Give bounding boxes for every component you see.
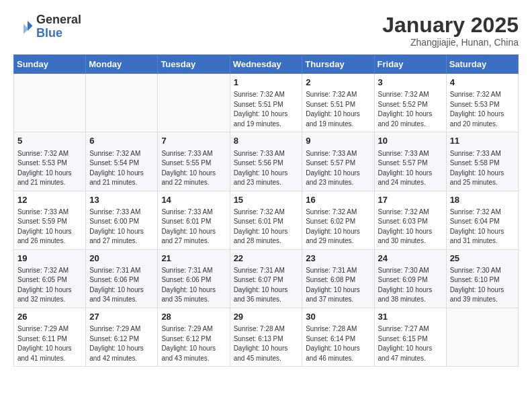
day-number: 23	[306, 253, 370, 265]
weekday-header-tuesday: Tuesday	[158, 55, 230, 74]
day-number: 16	[306, 194, 370, 206]
day-number: 13	[89, 194, 154, 206]
logo-general-text: General	[36, 13, 81, 26]
day-number: 20	[89, 253, 154, 265]
calendar-cell: 17Sunrise: 7:32 AM Sunset: 6:03 PM Dayli…	[374, 191, 446, 249]
calendar-cell: 12Sunrise: 7:33 AM Sunset: 5:59 PM Dayli…	[14, 191, 86, 249]
calendar-cell: 19Sunrise: 7:32 AM Sunset: 6:05 PM Dayli…	[14, 249, 86, 308]
calendar-week-4: 19Sunrise: 7:32 AM Sunset: 6:05 PM Dayli…	[14, 249, 519, 308]
day-number: 8	[234, 135, 299, 147]
title-block: January 2025 Zhangjiajie, Hunan, China	[382, 13, 519, 48]
calendar-cell: 26Sunrise: 7:29 AM Sunset: 6:11 PM Dayli…	[14, 308, 86, 366]
day-number: 4	[450, 77, 515, 89]
day-number: 9	[306, 135, 370, 147]
day-number: 25	[450, 253, 515, 265]
day-number: 30	[306, 311, 370, 323]
calendar-cell: 20Sunrise: 7:31 AM Sunset: 6:06 PM Dayli…	[86, 249, 158, 308]
day-number: 17	[378, 194, 443, 206]
calendar-cell: 14Sunrise: 7:33 AM Sunset: 6:01 PM Dayli…	[158, 191, 230, 249]
calendar-cell: 30Sunrise: 7:28 AM Sunset: 6:14 PM Dayli…	[302, 308, 374, 366]
day-info: Sunrise: 7:28 AM Sunset: 6:13 PM Dayligh…	[234, 324, 299, 363]
day-info: Sunrise: 7:32 AM Sunset: 5:54 PM Dayligh…	[89, 149, 154, 188]
weekday-header-saturday: Saturday	[446, 55, 518, 74]
logo: General Blue	[13, 13, 81, 40]
day-info: Sunrise: 7:32 AM Sunset: 6:04 PM Dayligh…	[450, 208, 515, 246]
day-info: Sunrise: 7:29 AM Sunset: 6:11 PM Dayligh…	[17, 324, 82, 363]
day-number: 10	[378, 135, 443, 147]
calendar-cell: 22Sunrise: 7:31 AM Sunset: 6:07 PM Dayli…	[230, 249, 302, 308]
weekday-header-sunday: Sunday	[14, 55, 86, 74]
calendar-cell	[446, 308, 518, 366]
calendar-week-5: 26Sunrise: 7:29 AM Sunset: 6:11 PM Dayli…	[14, 308, 519, 366]
day-number: 19	[17, 253, 82, 265]
month-title: January 2025	[382, 13, 519, 37]
day-info: Sunrise: 7:32 AM Sunset: 5:52 PM Dayligh…	[378, 90, 443, 129]
calendar-table: SundayMondayTuesdayWednesdayThursdayFrid…	[13, 54, 519, 367]
calendar-body: 1Sunrise: 7:32 AM Sunset: 5:51 PM Daylig…	[14, 74, 519, 367]
day-number: 22	[234, 253, 299, 265]
weekday-header-thursday: Thursday	[302, 55, 374, 74]
day-info: Sunrise: 7:31 AM Sunset: 6:06 PM Dayligh…	[161, 266, 226, 305]
calendar-cell: 21Sunrise: 7:31 AM Sunset: 6:06 PM Dayli…	[158, 249, 230, 308]
calendar-cell: 15Sunrise: 7:32 AM Sunset: 6:01 PM Dayli…	[230, 191, 302, 249]
calendar-week-2: 5Sunrise: 7:32 AM Sunset: 5:53 PM Daylig…	[14, 132, 519, 191]
day-number: 5	[17, 135, 82, 147]
calendar-cell: 23Sunrise: 7:31 AM Sunset: 6:08 PM Dayli…	[302, 249, 374, 308]
page-header: General Blue January 2025 Zhangjiajie, H…	[13, 13, 519, 48]
day-info: Sunrise: 7:29 AM Sunset: 6:12 PM Dayligh…	[161, 324, 226, 363]
day-number: 29	[234, 311, 299, 323]
day-info: Sunrise: 7:27 AM Sunset: 6:15 PM Dayligh…	[378, 324, 443, 363]
calendar-header: SundayMondayTuesdayWednesdayThursdayFrid…	[14, 55, 519, 74]
day-info: Sunrise: 7:32 AM Sunset: 6:01 PM Dayligh…	[234, 208, 299, 246]
day-info: Sunrise: 7:28 AM Sunset: 6:14 PM Dayligh…	[306, 324, 370, 363]
calendar-cell: 1Sunrise: 7:32 AM Sunset: 5:51 PM Daylig…	[230, 74, 302, 132]
calendar-cell: 13Sunrise: 7:33 AM Sunset: 6:00 PM Dayli…	[86, 191, 158, 249]
day-info: Sunrise: 7:33 AM Sunset: 5:57 PM Dayligh…	[378, 149, 443, 188]
calendar-cell: 29Sunrise: 7:28 AM Sunset: 6:13 PM Dayli…	[230, 308, 302, 366]
calendar-cell	[14, 74, 86, 132]
location: Zhangjiajie, Hunan, China	[382, 37, 519, 48]
day-info: Sunrise: 7:33 AM Sunset: 5:59 PM Dayligh…	[17, 208, 82, 246]
day-number: 26	[17, 311, 82, 323]
calendar-cell: 24Sunrise: 7:30 AM Sunset: 6:09 PM Dayli…	[374, 249, 446, 308]
calendar-cell: 7Sunrise: 7:33 AM Sunset: 5:55 PM Daylig…	[158, 132, 230, 191]
weekday-header-monday: Monday	[86, 55, 158, 74]
day-number: 18	[450, 194, 515, 206]
logo-blue-text: Blue	[36, 26, 62, 40]
day-number: 12	[17, 194, 82, 206]
day-info: Sunrise: 7:32 AM Sunset: 5:51 PM Dayligh…	[234, 90, 299, 129]
day-number: 6	[89, 135, 154, 147]
day-info: Sunrise: 7:32 AM Sunset: 5:53 PM Dayligh…	[17, 149, 82, 188]
weekday-header-friday: Friday	[374, 55, 446, 74]
day-number: 31	[378, 311, 443, 323]
day-info: Sunrise: 7:33 AM Sunset: 5:55 PM Dayligh…	[161, 149, 226, 188]
logo-icon	[13, 17, 34, 37]
day-info: Sunrise: 7:32 AM Sunset: 5:51 PM Dayligh…	[306, 90, 370, 129]
day-number: 27	[89, 311, 154, 323]
calendar-cell: 5Sunrise: 7:32 AM Sunset: 5:53 PM Daylig…	[14, 132, 86, 191]
svg-marker-0	[28, 21, 33, 31]
calendar-cell: 9Sunrise: 7:33 AM Sunset: 5:57 PM Daylig…	[302, 132, 374, 191]
day-number: 7	[161, 135, 226, 147]
day-info: Sunrise: 7:31 AM Sunset: 6:06 PM Dayligh…	[89, 266, 154, 305]
day-number: 3	[378, 77, 443, 89]
day-number: 21	[161, 253, 226, 265]
calendar-cell: 27Sunrise: 7:29 AM Sunset: 6:12 PM Dayli…	[86, 308, 158, 366]
day-info: Sunrise: 7:29 AM Sunset: 6:12 PM Dayligh…	[89, 324, 154, 363]
day-info: Sunrise: 7:33 AM Sunset: 6:00 PM Dayligh…	[89, 208, 154, 246]
day-info: Sunrise: 7:33 AM Sunset: 6:01 PM Dayligh…	[161, 208, 226, 246]
calendar-cell: 10Sunrise: 7:33 AM Sunset: 5:57 PM Dayli…	[374, 132, 446, 191]
day-number: 15	[234, 194, 299, 206]
day-info: Sunrise: 7:33 AM Sunset: 5:58 PM Dayligh…	[450, 149, 515, 188]
day-info: Sunrise: 7:32 AM Sunset: 6:03 PM Dayligh…	[378, 208, 443, 246]
calendar-cell: 6Sunrise: 7:32 AM Sunset: 5:54 PM Daylig…	[86, 132, 158, 191]
day-info: Sunrise: 7:31 AM Sunset: 6:08 PM Dayligh…	[306, 266, 370, 305]
calendar-cell: 28Sunrise: 7:29 AM Sunset: 6:12 PM Dayli…	[158, 308, 230, 366]
calendar-cell	[158, 74, 230, 132]
calendar-cell	[86, 74, 158, 132]
day-number: 24	[378, 253, 443, 265]
day-info: Sunrise: 7:33 AM Sunset: 5:56 PM Dayligh…	[234, 149, 299, 188]
day-number: 28	[161, 311, 226, 323]
calendar-week-3: 12Sunrise: 7:33 AM Sunset: 5:59 PM Dayli…	[14, 191, 519, 249]
calendar-cell: 31Sunrise: 7:27 AM Sunset: 6:15 PM Dayli…	[374, 308, 446, 366]
